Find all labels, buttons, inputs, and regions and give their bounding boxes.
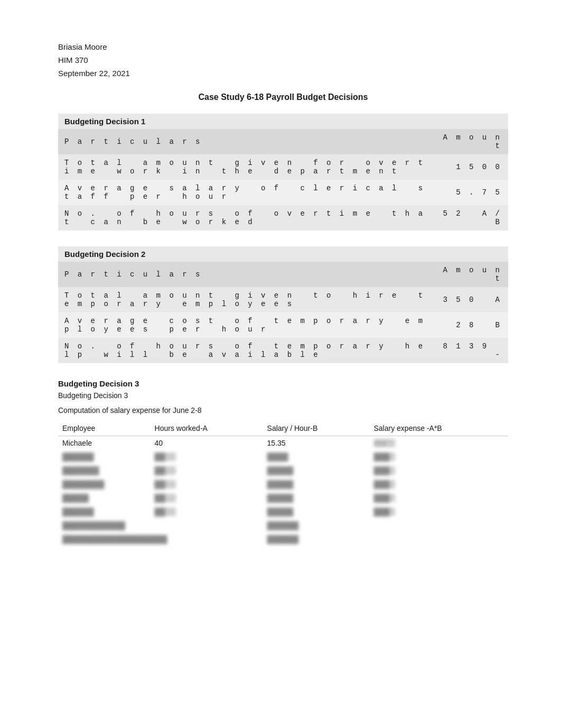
decision3-computation-label: Computation of salary expense for June 2… [58, 406, 508, 414]
salary-per-hour: 15.35 [263, 436, 370, 450]
table-row: A v e r a g e s a l a r y o f c l e r i … [58, 180, 508, 205]
table-row: T o t a l a m o u n t g i v e n t o h i … [58, 287, 508, 312]
decision1-section: Budgeting Decision 1 P a r t i c u l a r… [58, 114, 508, 231]
blurred-weekly-value: ██████ [267, 535, 299, 543]
decision2-col-amount: A m o u n t [433, 262, 508, 287]
blurred-hours: ██ [155, 480, 176, 489]
blurred-employee: ██████ [62, 508, 94, 516]
decision2-section: Budgeting Decision 2 P a r t i c u l a r… [58, 246, 508, 363]
d2-row2-particulars: A v e r a g e c o s t o f t e m p o r a … [58, 312, 433, 338]
table-row: Michaele 40 15.35 614 [58, 436, 508, 450]
blurred-exp: ███ [374, 480, 395, 489]
blurred-employee: ███████ [62, 466, 99, 475]
table-row: T o t a l a m o u n t g i v e n f o r o … [58, 154, 508, 180]
decision1-col-amount: A m o u n t [434, 129, 508, 154]
d2-row3-amount: 8 1 3 9 - [433, 338, 508, 363]
row2-amount: 5 . 7 5 [434, 180, 508, 205]
blurred-total-value: ██████ [267, 521, 299, 530]
decision2-col-particulars: P a r t i c u l a r s [58, 262, 433, 287]
blurred-employee: █████ [62, 494, 89, 502]
col-salary-hour: Salary / Hour-B [263, 421, 370, 436]
author-name: Briasia Moore [58, 42, 508, 51]
col-employee: Employee [58, 421, 151, 436]
decision1-col-particulars: P a r t i c u l a r s [58, 129, 434, 154]
table-row: █████ ██ █████ ███ [58, 491, 508, 505]
col-salary-exp: Salary expense -A*B [370, 421, 509, 436]
employee-name: Michaele [58, 436, 151, 450]
row3-amount: 5 2 A / B [434, 205, 508, 231]
table-row: N o . o f h o u r s o f t e m p o r a r … [58, 338, 508, 363]
d2-row2-amount: 2 8 B [433, 312, 508, 338]
decision3-title: Budgeting Decision 3 [58, 379, 508, 388]
decision1-table: P a r t i c u l a r s A m o u n t T o t … [58, 129, 508, 231]
table-row: A v e r a g e c o s t o f t e m p o r a … [58, 312, 508, 338]
blurred-total-label: ████████████ [62, 521, 125, 530]
blurred-hours: ██ [155, 494, 176, 502]
decision3-subtitle: Budgeting Decision 3 [58, 391, 508, 400]
blurred-salary: █████ [267, 494, 294, 502]
row3-particulars: N o . o f h o u r s o f o v e r t i m e … [58, 205, 434, 231]
page-title: Case Study 6-18 Payroll Budget Decisions [58, 93, 508, 102]
d2-row3-particulars: N o . o f h o u r s o f t e m p o r a r … [58, 338, 433, 363]
decision3-section: Budgeting Decision 3 Budgeting Decision … [58, 379, 508, 546]
blurred-salary: ████ [267, 453, 288, 461]
blurred-salary: █████ [267, 480, 294, 489]
table-row: ████████ ██ █████ ███ [58, 477, 508, 491]
row1-particulars: T o t a l a m o u n t g i v e n f o r o … [58, 154, 434, 180]
blurred-exp: ███ [374, 453, 395, 461]
d2-row1-amount: 3 5 0 A [433, 287, 508, 312]
decision3-table: Employee Hours worked-A Salary / Hour-B … [58, 421, 508, 546]
blurred-employee: ██████ [62, 453, 94, 461]
blurred-value: 614 [374, 439, 395, 447]
table-header-row: Employee Hours worked-A Salary / Hour-B … [58, 421, 508, 436]
hours-worked: 40 [151, 436, 263, 450]
course-code: HIM 370 [58, 56, 508, 64]
blurred-hours: ██ [155, 508, 176, 516]
decision2-title: Budgeting Decision 2 [58, 246, 508, 262]
submission-date: September 22, 2021 [58, 69, 508, 78]
table-row: ██████ ██ █████ ███ [58, 505, 508, 519]
blurred-employee: ████████ [62, 480, 104, 489]
col-hours: Hours worked-A [151, 421, 263, 436]
blurred-salary: █████ [267, 466, 294, 475]
table-row: ████████████ ██████ [58, 519, 508, 532]
row2-particulars: A v e r a g e s a l a r y o f c l e r i … [58, 180, 434, 205]
table-row: ████████████████████ ██████ [58, 532, 508, 546]
decision2-table: P a r t i c u l a r s A m o u n t T o t … [58, 262, 508, 363]
blurred-exp: ███ [374, 466, 395, 475]
blurred-exp: ███ [374, 508, 395, 516]
table-row: ██████ ██ ████ ███ [58, 450, 508, 464]
blurred-weekly-label: ████████████████████ [62, 535, 167, 543]
decision1-title: Budgeting Decision 1 [58, 114, 508, 129]
blurred-hours: ██ [155, 466, 176, 475]
table-row: ███████ ██ █████ ███ [58, 464, 508, 477]
d2-row1-particulars: T o t a l a m o u n t g i v e n t o h i … [58, 287, 433, 312]
salary-expense: 614 [370, 436, 509, 450]
blurred-salary: █████ [267, 508, 294, 516]
row1-amount: 1 5 0 0 [434, 154, 508, 180]
blurred-hours: ██ [155, 453, 176, 461]
table-row: N o . o f h o u r s o f o v e r t i m e … [58, 205, 508, 231]
blurred-exp: ███ [374, 494, 395, 502]
